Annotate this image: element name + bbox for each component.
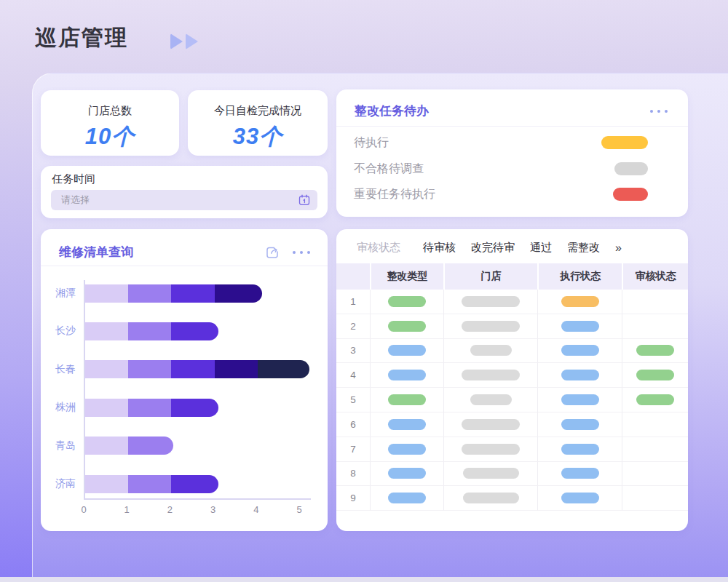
table-cell bbox=[443, 339, 537, 364]
table-row[interactable]: 5 bbox=[336, 388, 688, 412]
tab-待审核[interactable]: 待审核 bbox=[423, 241, 456, 255]
chart-x-tick: 0 bbox=[75, 504, 92, 515]
table-cell bbox=[443, 314, 537, 339]
audit-tab-row: 审核状态 待审核改完待审通过需整改 » bbox=[357, 241, 622, 255]
chart-x-tick: 1 bbox=[118, 504, 135, 515]
table-row[interactable]: 2 bbox=[336, 314, 688, 339]
table-cell bbox=[370, 462, 443, 487]
play-icon bbox=[186, 33, 198, 49]
table-row[interactable]: 1 bbox=[336, 290, 688, 314]
table-cell bbox=[370, 314, 443, 339]
status-pill-gray bbox=[462, 321, 520, 332]
table-row[interactable]: 3 bbox=[336, 339, 688, 364]
table-cell bbox=[537, 363, 622, 388]
calendar-icon[interactable] bbox=[298, 194, 310, 206]
chart-y-axis bbox=[84, 280, 85, 499]
bar-segment-segment-1 bbox=[85, 284, 128, 303]
status-pill-blue bbox=[561, 345, 599, 356]
todo-item[interactable]: 待执行 bbox=[336, 135, 688, 151]
page-title: 巡店管理 bbox=[35, 23, 128, 53]
row-index: 7 bbox=[336, 437, 370, 462]
bar-segment-segment-5 bbox=[258, 360, 309, 378]
stat-card-self-check: 今日自检完成情况 33个 bbox=[188, 90, 328, 156]
chart-x-axis bbox=[84, 498, 311, 500]
stat-value: 33个 bbox=[188, 121, 328, 152]
table-cell bbox=[537, 290, 622, 314]
chart-category-label: 湘潭 bbox=[41, 287, 76, 300]
table-cell bbox=[443, 388, 537, 412]
table-cell bbox=[537, 314, 622, 339]
table-cell bbox=[622, 486, 688, 511]
chart-bar bbox=[85, 360, 309, 378]
status-pill-gray bbox=[462, 296, 520, 307]
header-cell: 门店 bbox=[443, 263, 537, 290]
chart-x-tick: 5 bbox=[290, 504, 308, 515]
chart-category-label: 青岛 bbox=[41, 439, 76, 453]
row-index: 8 bbox=[336, 462, 370, 487]
table-cell bbox=[370, 437, 443, 462]
table-cell bbox=[622, 388, 688, 412]
bar-segment-segment-3 bbox=[171, 322, 218, 340]
status-pill-gray bbox=[462, 370, 520, 380]
export-icon[interactable] bbox=[265, 245, 280, 260]
chart-bar bbox=[85, 284, 262, 303]
todo-card: 整改任务待办 待执行 不合格待调查 重要任务待执行 bbox=[336, 89, 688, 217]
todo-item-label: 待执行 bbox=[354, 135, 389, 151]
table-cell bbox=[443, 437, 537, 462]
todo-item[interactable]: 重要任务待执行 bbox=[336, 187, 688, 203]
table-row[interactable]: 8 bbox=[336, 462, 688, 487]
chart-x-tick: 4 bbox=[248, 504, 265, 515]
divider bbox=[41, 266, 328, 266]
status-pill-green bbox=[636, 345, 674, 356]
status-pill-blue bbox=[561, 321, 599, 332]
more-dots-icon[interactable] bbox=[293, 251, 310, 254]
tab-filter-label: 审核状态 bbox=[357, 241, 400, 255]
status-pill-gray bbox=[463, 468, 519, 479]
table-cell bbox=[370, 486, 443, 511]
table-row[interactable]: 6 bbox=[336, 412, 688, 437]
status-pill-gray bbox=[462, 419, 520, 430]
row-index: 2 bbox=[336, 314, 370, 339]
bar-segment-segment-1 bbox=[85, 399, 128, 417]
status-pill-orange bbox=[561, 296, 599, 307]
bar-segment-segment-2 bbox=[128, 322, 171, 340]
title-play-icons bbox=[170, 33, 198, 49]
table-cell bbox=[370, 290, 443, 314]
tabs-more-chevron[interactable]: » bbox=[615, 242, 622, 255]
play-icon bbox=[170, 33, 183, 49]
status-pill-blue bbox=[388, 493, 426, 503]
tab-通过[interactable]: 通过 bbox=[530, 241, 552, 255]
table-cell bbox=[370, 339, 443, 364]
table-row[interactable]: 4 bbox=[336, 363, 688, 388]
more-dots-icon[interactable] bbox=[650, 110, 668, 113]
status-pill-blue bbox=[388, 370, 426, 380]
tab-改完待审[interactable]: 改完待审 bbox=[471, 241, 515, 255]
date-picker-input[interactable]: 请选择 bbox=[51, 190, 317, 210]
table-row[interactable]: 7 bbox=[336, 437, 688, 462]
bar-segment-segment-2 bbox=[128, 360, 171, 378]
table-cell bbox=[622, 314, 688, 339]
header-cell-index bbox=[336, 263, 370, 290]
chart-bar bbox=[85, 436, 173, 455]
header-cell: 整改类型 bbox=[370, 263, 443, 290]
status-pill-gray bbox=[462, 444, 520, 455]
chart-category-label: 株洲 bbox=[41, 401, 76, 414]
stat-value: 10个 bbox=[41, 121, 179, 152]
todo-item[interactable]: 不合格待调查 bbox=[336, 162, 688, 178]
tab-需整改[interactable]: 需整改 bbox=[567, 241, 600, 255]
table-body: 123456789 bbox=[336, 290, 688, 511]
table-cell bbox=[443, 290, 537, 314]
task-time-card: 任务时间 请选择 bbox=[41, 166, 328, 218]
table-cell bbox=[537, 462, 622, 487]
todo-status-pill bbox=[614, 162, 648, 175]
bar-segment-segment-2 bbox=[128, 475, 171, 493]
status-pill-gray bbox=[470, 345, 512, 356]
divider bbox=[336, 126, 688, 127]
status-pill-blue bbox=[388, 444, 426, 455]
table-cell bbox=[537, 339, 622, 364]
bar-segment-segment-3 bbox=[171, 399, 218, 417]
table-header-row: 整改类型门店执行状态审核状态 bbox=[336, 263, 688, 290]
status-pill-green bbox=[388, 321, 426, 332]
row-index: 5 bbox=[336, 388, 370, 412]
table-row[interactable]: 9 bbox=[336, 486, 688, 511]
